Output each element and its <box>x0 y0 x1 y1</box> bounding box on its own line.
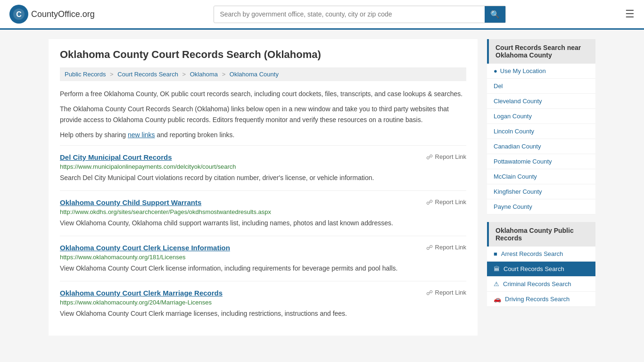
sidebar-item-logan-county[interactable]: Logan County <box>487 109 595 124</box>
result-item: Oklahoma County Court Clerk Marriage Rec… <box>60 281 466 326</box>
main-container: Oklahoma County Court Records Search (Ok… <box>39 30 605 345</box>
report-link-1[interactable]: ☍ Report Link <box>426 153 466 161</box>
breadcrumb-oklahoma[interactable]: Oklahoma <box>190 71 218 78</box>
description-2: The Oklahoma County Court Records Search… <box>60 104 466 125</box>
sidebar-use-location[interactable]: ● Use My Location <box>487 64 595 79</box>
sidebar-item-arrest-records[interactable]: ■ Arrest Records Search <box>487 247 595 262</box>
breadcrumb-court-records[interactable]: Court Records Search <box>117 71 178 78</box>
search-icon: 🔍 <box>490 10 500 18</box>
result-title-2[interactable]: Oklahoma County Child Support Warrants <box>60 198 201 206</box>
sidebar-item-pottawatomie-county[interactable]: Pottawatomie County <box>487 154 595 169</box>
sidebar-item-criminal-records[interactable]: ⚠ Criminal Records Search <box>487 277 595 292</box>
breadcrumb: Public Records > Court Records Search > … <box>60 67 466 81</box>
svg-text:C: C <box>16 10 22 18</box>
sidebar-item-cleveland-county[interactable]: Cleveland County <box>487 94 595 109</box>
logo-area: C CountyOffice.org <box>9 5 95 24</box>
result-desc-2: View Oklahoma County, Oklahoma child sup… <box>60 218 466 228</box>
sidebar-item-lincoln-county[interactable]: Lincoln County <box>487 124 595 139</box>
result-desc-4: View Oklahoma County Court Clerk marriag… <box>60 309 466 319</box>
logo-text: CountyOffice.org <box>31 9 95 19</box>
header: C CountyOffice.org 🔍 ☰ <box>0 0 644 30</box>
new-links-link[interactable]: new links <box>128 131 155 139</box>
sidebar-item-canadian-county[interactable]: Canadian County <box>487 139 595 154</box>
results-list: Del City Municipal Court Records ☍ Repor… <box>60 145 466 326</box>
result-desc-3: View Oklahoma County Court Clerk license… <box>60 263 466 273</box>
report-link-4[interactable]: ☍ Report Link <box>426 289 466 296</box>
result-url-3[interactable]: https://www.oklahomacounty.org/181/Licen… <box>60 254 466 261</box>
result-url-2[interactable]: http://www.okdhs.org/sites/searchcenter/… <box>60 208 466 215</box>
result-title-1[interactable]: Del City Municipal Court Records <box>60 153 172 161</box>
report-link-3[interactable]: ☍ Report Link <box>426 244 466 251</box>
result-title-3[interactable]: Oklahoma County Court Clerk License Info… <box>60 244 230 252</box>
report-icon-2: ☍ <box>426 198 433 206</box>
sidebar-item-mcclain-county[interactable]: McClain County <box>487 169 595 184</box>
result-item: Oklahoma County Child Support Warrants ☍… <box>60 190 466 236</box>
result-url-4[interactable]: https://www.oklahomacounty.org/204/Marri… <box>60 299 466 306</box>
report-icon-1: ☍ <box>426 153 433 161</box>
sidebar-item-kingfisher-county[interactable]: Kingfisher County <box>487 184 595 199</box>
sidebar-public-records-header: Oklahoma County Public Records <box>487 222 595 247</box>
search-bar: 🔍 <box>214 6 506 23</box>
sidebar-item-court-records[interactable]: 🏛 Court Records Search <box>487 262 595 277</box>
sidebar-item-payne-county[interactable]: Payne County <box>487 199 595 214</box>
sidebar: Court Records Search near Oklahoma Count… <box>487 39 595 336</box>
result-desc-1: Search Del City Municipal Court violatio… <box>60 173 466 183</box>
location-pin-icon: ● <box>494 67 497 74</box>
result-title-4[interactable]: Oklahoma County Court Clerk Marriage Rec… <box>60 289 223 297</box>
sidebar-public-records-section: Oklahoma County Public Records ■ Arrest … <box>487 222 595 307</box>
result-item: Oklahoma County Court Clerk License Info… <box>60 236 466 281</box>
search-input[interactable] <box>214 7 485 22</box>
report-icon-3: ☍ <box>426 244 433 251</box>
sidebar-item-del[interactable]: Del <box>487 79 595 94</box>
content-area: Oklahoma County Court Records Search (Ok… <box>49 39 478 336</box>
search-button[interactable]: 🔍 <box>485 6 505 23</box>
result-item: Del City Municipal Court Records ☍ Repor… <box>60 145 466 190</box>
description-1: Perform a free Oklahoma County, OK publi… <box>60 89 466 99</box>
logo-icon: C <box>9 5 28 24</box>
report-icon-4: ☍ <box>426 289 433 296</box>
sidebar-nearby-section: Court Records Search near Oklahoma Count… <box>487 39 595 214</box>
sidebar-nearby-header: Court Records Search near Oklahoma Count… <box>487 39 595 64</box>
breadcrumb-public-records[interactable]: Public Records <box>65 71 106 78</box>
court-records-icon: 🏛 <box>494 265 500 272</box>
result-url-1[interactable]: https://www.municipalonlinepayments.com/… <box>60 163 466 170</box>
breadcrumb-oklahoma-county[interactable]: Oklahoma County <box>230 71 279 78</box>
sidebar-item-driving-records[interactable]: 🚗 Driving Records Search <box>487 292 595 307</box>
driving-records-icon: 🚗 <box>494 296 501 303</box>
criminal-records-icon: ⚠ <box>494 280 499 288</box>
report-link-2[interactable]: ☍ Report Link <box>426 198 466 206</box>
description-3: Help others by sharing new links and rep… <box>60 130 466 140</box>
page-title: Oklahoma County Court Records Search (Ok… <box>60 49 466 61</box>
menu-icon[interactable]: ☰ <box>625 8 635 20</box>
arrest-records-icon: ■ <box>494 250 497 257</box>
